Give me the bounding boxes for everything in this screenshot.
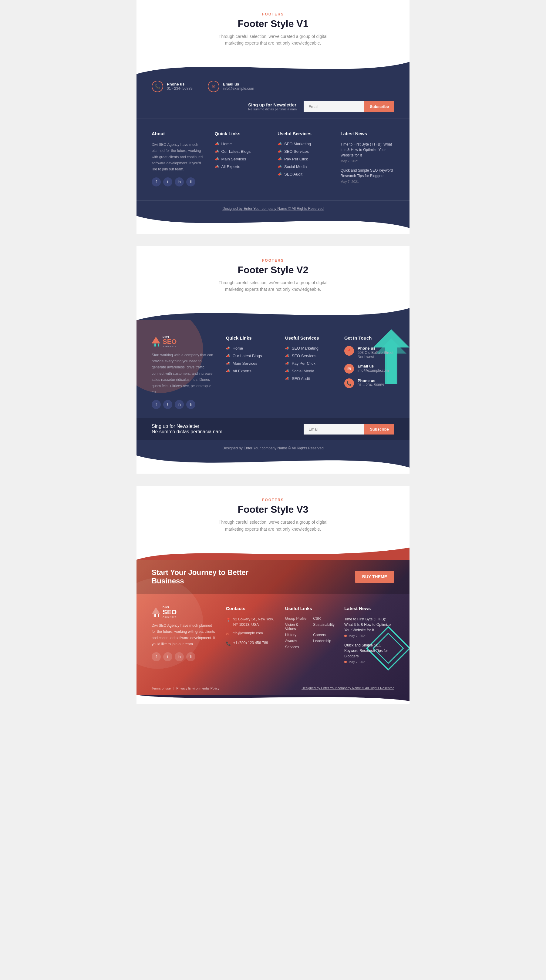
email-icon-v2: ✉ xyxy=(344,364,354,374)
megaphone-icon: 📣 xyxy=(277,142,282,146)
home-link[interactable]: Home xyxy=(221,142,232,146)
footer-v1-desc: Through careful selection, we've curated… xyxy=(215,33,331,47)
leadership-link[interactable]: Leadership xyxy=(313,639,335,643)
footer-v3-brand-col: ▐▌▐ DIVI SEO AGENCY Divi SEO Agency have… xyxy=(152,606,217,668)
megaphone-icon: 📣 xyxy=(277,165,282,169)
terms-link[interactable]: Terms of use xyxy=(152,686,171,690)
copyright-link-v2[interactable]: Designed by Enter Your company Name © Al… xyxy=(222,446,324,450)
all-experts-link[interactable]: All Experts xyxy=(221,164,240,169)
careers-link[interactable]: Careers xyxy=(313,633,335,637)
footer-v2-title: Footer Style V2 xyxy=(143,264,403,275)
instagram-link-v1[interactable]: in xyxy=(175,177,184,186)
privacy-link[interactable]: Privacy Environmental Policy xyxy=(176,686,219,690)
facebook-link-v1[interactable]: f xyxy=(152,177,161,186)
twitter-link-v2[interactable]: t xyxy=(163,400,172,409)
newsletter-text: Sing up for Newsletter Ne summo dictas p… xyxy=(248,102,298,111)
news-link-1-v3[interactable]: Time to First Byte (TTFB): What It Is & … xyxy=(344,616,394,633)
linkedin-link-v1[interactable]: li xyxy=(186,177,195,186)
list-item: 📍92 Bowery St., New York, NY 10013, USA xyxy=(226,616,276,627)
phone-contact: 📞 Phone us 01 - 234- 56889 xyxy=(152,81,193,92)
home-link-v2[interactable]: Home xyxy=(232,346,243,350)
email-icon: ✉ xyxy=(208,81,219,92)
newsletter-email-input-v1[interactable] xyxy=(304,101,364,112)
pay-per-click-link[interactable]: Pay Per Click xyxy=(284,157,308,161)
subscribe-button-v2[interactable]: Subscribe xyxy=(364,424,394,434)
main-services-link[interactable]: Main Services xyxy=(221,157,246,161)
instagram-link-v2[interactable]: in xyxy=(175,400,184,409)
footer-col-quicklinks-v2: Quick Links 📣Home 📣Our Latest Blogs 📣Mai… xyxy=(226,336,276,409)
brand-logo-v3: ▐▌▐ DIVI SEO AGENCY xyxy=(152,606,217,618)
phone-item-v2: 📞 Phone us 01 – 234- 56889 xyxy=(344,379,394,388)
pay-per-click-link-v2[interactable]: Pay Per Click xyxy=(292,361,315,366)
list-item: 📣All Experts xyxy=(226,369,276,373)
seo-marketing-link-v2[interactable]: SEO Marketing xyxy=(292,346,318,350)
section-label-v3: FOOTERS xyxy=(143,498,403,502)
list-item: 📞+1 (800) 123 456 789 xyxy=(226,640,276,647)
social-icons-v3: f t in li xyxy=(152,652,217,661)
contacts-list-v3: 📍92 Bowery St., New York, NY 10013, USA … xyxy=(226,616,276,646)
news-item-1-v1: Time to First Byte (TTFB): What It Is & … xyxy=(341,142,395,163)
footer-v1-main: About Divi SEO Agency have much planned … xyxy=(137,119,409,200)
dot-icon xyxy=(344,635,347,637)
news-date-2-v1: May 7, 2021 xyxy=(341,180,395,183)
brand-logo-v2: ▐▌▐ DIVI SEO AGENCY xyxy=(152,336,217,348)
awards-link[interactable]: Awards xyxy=(285,639,307,643)
facebook-link-v3[interactable]: f xyxy=(152,652,161,661)
seo-audit-link-v2[interactable]: SEO Audit xyxy=(292,376,310,381)
seo-marketing-link[interactable]: SEO Marketing xyxy=(284,142,311,146)
social-media-link-v2[interactable]: Social Media xyxy=(292,369,314,373)
csr-link[interactable]: CSR xyxy=(313,616,335,621)
blogs-link[interactable]: Our Latest Blogs xyxy=(221,149,251,154)
megaphone-icon: 📣 xyxy=(285,369,290,373)
dot-icon-2 xyxy=(344,661,347,663)
linkedin-link-v3[interactable]: li xyxy=(186,652,195,661)
linkedin-link-v2[interactable]: li xyxy=(186,400,195,409)
social-media-link[interactable]: Social Media xyxy=(284,164,307,169)
copyright-link-v1[interactable]: Designed by Enter Your company Name © Al… xyxy=(222,207,324,211)
footer-v2: ▐▌▐ DIVI SEO AGENCY Start working with a… xyxy=(137,320,409,456)
copyright-link-v3[interactable]: Designed by Enter Your company Name © Al… xyxy=(301,686,394,690)
subscribe-button-v1[interactable]: Subscribe xyxy=(364,101,394,112)
newsletter-v1: Sing up for Newsletter Ne summo dictas p… xyxy=(248,101,394,112)
news-item-2-v1: Quick and Simple SEO Keyword Research Ti… xyxy=(341,168,395,183)
services-link[interactable]: Services xyxy=(285,645,307,649)
vision-values-link[interactable]: Vision & Values xyxy=(285,622,307,631)
list-item: 📣SEO Audit xyxy=(285,376,335,381)
news-link-2-v3[interactable]: Quick and Simple SEO Keyword Research Ti… xyxy=(344,643,394,659)
list-item: 📣Our Latest Blogs xyxy=(226,353,276,358)
twitter-link-v1[interactable]: t xyxy=(163,177,172,186)
megaphone-icon: 📣 xyxy=(226,361,230,365)
all-experts-link-v2[interactable]: All Experts xyxy=(232,369,252,373)
footer-col-about: About Divi SEO Agency have much planned … xyxy=(152,131,206,188)
seo-audit-link[interactable]: SEO Audit xyxy=(284,172,302,177)
megaphone-icon: 📣 xyxy=(277,157,282,161)
seo-services-link[interactable]: SEO Services xyxy=(284,149,309,154)
list-item: ✉info@example.com xyxy=(226,630,276,637)
location-icon: 📍 xyxy=(344,346,354,356)
email-item-v2: ✉ Email us info@example.com xyxy=(344,364,394,374)
sustainability-link[interactable]: Sustainability xyxy=(313,622,335,631)
news-date-1-v3: May 7, 2021 xyxy=(344,634,394,638)
group-profile-link[interactable]: Group Profile xyxy=(285,616,307,621)
megaphone-icon: 📣 xyxy=(285,354,290,358)
services-list-v2: 📣SEO Marketing 📣SEO Services 📣Pay Per Cl… xyxy=(285,346,335,381)
history-link[interactable]: History xyxy=(285,633,307,637)
footer-v3-intro: FOOTERS Footer Style V3 Through careful … xyxy=(137,486,409,541)
megaphone-icon: 📣 xyxy=(215,142,219,146)
facebook-link-v2[interactable]: f xyxy=(152,400,161,409)
newsletter-email-input-v2[interactable] xyxy=(304,424,364,434)
phone-icon-v3: 📞 xyxy=(226,641,231,647)
footer-col-services-v2: Useful Services 📣SEO Marketing 📣SEO Serv… xyxy=(285,336,335,409)
news-link-2-v1[interactable]: Quick and Simple SEO Keyword Research Ti… xyxy=(341,168,395,178)
megaphone-icon: 📣 xyxy=(215,157,219,161)
footer-v2-bottom: Designed by Enter Your company Name © Al… xyxy=(137,440,409,455)
instagram-link-v3[interactable]: in xyxy=(175,652,184,661)
seo-services-link-v2[interactable]: SEO Services xyxy=(292,353,317,358)
buy-theme-button[interactable]: BUY THEME xyxy=(355,571,394,583)
blogs-link-v2[interactable]: Our Latest Blogs xyxy=(232,353,262,358)
twitter-link-v3[interactable]: t xyxy=(163,652,172,661)
megaphone-icon: 📣 xyxy=(215,150,219,153)
news-link-1-v1[interactable]: Time to First Byte (TTFB): What It Is & … xyxy=(341,142,395,158)
main-services-link-v2[interactable]: Main Services xyxy=(232,361,258,366)
footer-col-contacts-v3: Contacts 📍92 Bowery St., New York, NY 10… xyxy=(226,606,276,668)
